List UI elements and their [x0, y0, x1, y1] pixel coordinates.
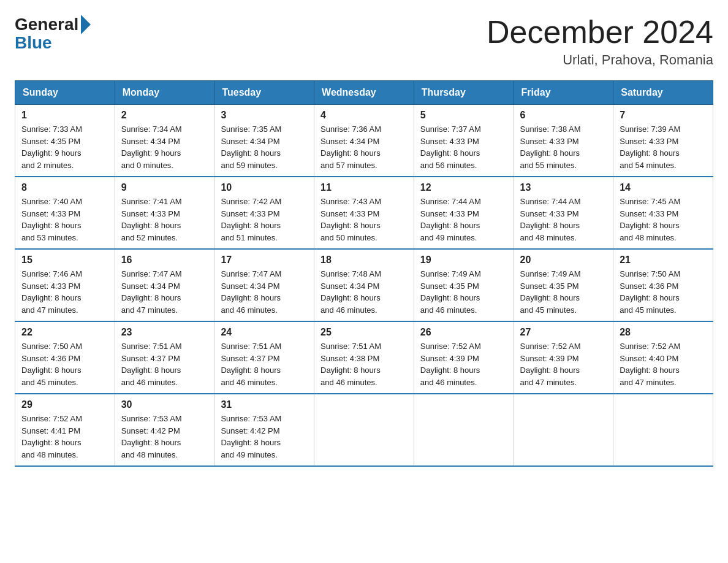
title-block: December 2024 Urlati, Prahova, Romania — [487, 15, 713, 68]
calendar-cell: 11 Sunrise: 7:43 AM Sunset: 4:33 PM Dayl… — [314, 177, 414, 249]
calendar-cell: 28 Sunrise: 7:52 AM Sunset: 4:40 PM Dayl… — [613, 321, 713, 394]
day-number: 18 — [320, 255, 408, 266]
day-number: 3 — [221, 110, 308, 121]
day-info: Sunrise: 7:41 AM Sunset: 4:33 PM Dayligh… — [121, 196, 208, 243]
day-number: 13 — [520, 182, 607, 193]
calendar-cell: 2 Sunrise: 7:34 AM Sunset: 4:34 PM Dayli… — [115, 105, 214, 177]
day-info: Sunrise: 7:34 AM Sunset: 4:34 PM Dayligh… — [121, 123, 208, 171]
calendar-week-2: 8 Sunrise: 7:40 AM Sunset: 4:33 PM Dayli… — [15, 177, 713, 249]
day-info: Sunrise: 7:53 AM Sunset: 4:42 PM Dayligh… — [221, 413, 308, 461]
day-number: 5 — [420, 110, 507, 121]
calendar-cell — [414, 394, 514, 466]
calendar-cell: 30 Sunrise: 7:53 AM Sunset: 4:42 PM Dayl… — [115, 394, 214, 466]
day-number: 2 — [121, 110, 208, 121]
calendar-week-1: 1 Sunrise: 7:33 AM Sunset: 4:35 PM Dayli… — [15, 105, 713, 177]
day-number: 24 — [221, 327, 308, 338]
calendar-cell — [613, 394, 713, 466]
day-info: Sunrise: 7:40 AM Sunset: 4:33 PM Dayligh… — [21, 196, 108, 243]
calendar-cell: 17 Sunrise: 7:47 AM Sunset: 4:34 PM Dayl… — [214, 249, 314, 321]
day-number: 1 — [21, 110, 108, 121]
calendar-week-4: 22 Sunrise: 7:50 AM Sunset: 4:36 PM Dayl… — [15, 321, 713, 394]
day-info: Sunrise: 7:52 AM Sunset: 4:40 PM Dayligh… — [620, 340, 707, 388]
logo-blue-text: Blue — [15, 34, 52, 52]
day-number: 10 — [221, 182, 308, 193]
day-number: 17 — [221, 255, 308, 266]
calendar-cell: 18 Sunrise: 7:48 AM Sunset: 4:34 PM Dayl… — [314, 249, 414, 321]
calendar-cell — [314, 394, 414, 466]
calendar-cell: 7 Sunrise: 7:39 AM Sunset: 4:33 PM Dayli… — [613, 105, 713, 177]
calendar-cell — [514, 394, 613, 466]
calendar-table: SundayMondayTuesdayWednesdayThursdayFrid… — [15, 80, 713, 467]
day-info: Sunrise: 7:44 AM Sunset: 4:33 PM Dayligh… — [420, 196, 507, 243]
logo-triangle-icon — [81, 15, 91, 34]
day-info: Sunrise: 7:51 AM Sunset: 4:37 PM Dayligh… — [221, 340, 308, 388]
day-number: 15 — [21, 255, 108, 266]
day-number: 16 — [121, 255, 208, 266]
day-number: 4 — [320, 110, 408, 121]
day-number: 31 — [221, 399, 308, 410]
subtitle: Urlati, Prahova, Romania — [487, 52, 713, 68]
day-info: Sunrise: 7:45 AM Sunset: 4:33 PM Dayligh… — [620, 196, 707, 243]
calendar-cell: 14 Sunrise: 7:45 AM Sunset: 4:33 PM Dayl… — [613, 177, 713, 249]
page-header: General Blue December 2024 Urlati, Praho… — [15, 15, 713, 68]
day-number: 22 — [21, 327, 108, 338]
calendar-cell: 13 Sunrise: 7:44 AM Sunset: 4:33 PM Dayl… — [514, 177, 613, 249]
calendar-cell: 3 Sunrise: 7:35 AM Sunset: 4:34 PM Dayli… — [214, 105, 314, 177]
day-number: 21 — [620, 255, 707, 266]
day-number: 20 — [520, 255, 607, 266]
day-info: Sunrise: 7:48 AM Sunset: 4:34 PM Dayligh… — [320, 268, 408, 316]
day-info: Sunrise: 7:33 AM Sunset: 4:35 PM Dayligh… — [21, 123, 108, 171]
day-info: Sunrise: 7:44 AM Sunset: 4:33 PM Dayligh… — [520, 196, 607, 243]
day-info: Sunrise: 7:37 AM Sunset: 4:33 PM Dayligh… — [420, 123, 507, 171]
calendar-week-5: 29 Sunrise: 7:52 AM Sunset: 4:41 PM Dayl… — [15, 394, 713, 466]
header-thursday: Thursday — [414, 81, 514, 105]
calendar-cell: 26 Sunrise: 7:52 AM Sunset: 4:39 PM Dayl… — [414, 321, 514, 394]
calendar-cell: 27 Sunrise: 7:52 AM Sunset: 4:39 PM Dayl… — [514, 321, 613, 394]
calendar-cell: 31 Sunrise: 7:53 AM Sunset: 4:42 PM Dayl… — [214, 394, 314, 466]
day-number: 26 — [420, 327, 507, 338]
calendar-cell: 12 Sunrise: 7:44 AM Sunset: 4:33 PM Dayl… — [414, 177, 514, 249]
day-info: Sunrise: 7:35 AM Sunset: 4:34 PM Dayligh… — [221, 123, 308, 171]
calendar-week-3: 15 Sunrise: 7:46 AM Sunset: 4:33 PM Dayl… — [15, 249, 713, 321]
day-info: Sunrise: 7:50 AM Sunset: 4:36 PM Dayligh… — [21, 340, 108, 388]
day-number: 7 — [620, 110, 707, 121]
day-number: 23 — [121, 327, 208, 338]
calendar-cell: 25 Sunrise: 7:51 AM Sunset: 4:38 PM Dayl… — [314, 321, 414, 394]
calendar-cell: 10 Sunrise: 7:42 AM Sunset: 4:33 PM Dayl… — [214, 177, 314, 249]
calendar-cell: 19 Sunrise: 7:49 AM Sunset: 4:35 PM Dayl… — [414, 249, 514, 321]
calendar-cell: 8 Sunrise: 7:40 AM Sunset: 4:33 PM Dayli… — [15, 177, 115, 249]
day-info: Sunrise: 7:49 AM Sunset: 4:35 PM Dayligh… — [520, 268, 607, 316]
day-info: Sunrise: 7:51 AM Sunset: 4:37 PM Dayligh… — [121, 340, 208, 388]
header-friday: Friday — [514, 81, 613, 105]
day-info: Sunrise: 7:46 AM Sunset: 4:33 PM Dayligh… — [21, 268, 108, 316]
calendar-cell: 4 Sunrise: 7:36 AM Sunset: 4:34 PM Dayli… — [314, 105, 414, 177]
calendar-cell: 9 Sunrise: 7:41 AM Sunset: 4:33 PM Dayli… — [115, 177, 214, 249]
calendar-cell: 29 Sunrise: 7:52 AM Sunset: 4:41 PM Dayl… — [15, 394, 115, 466]
day-info: Sunrise: 7:52 AM Sunset: 4:39 PM Dayligh… — [520, 340, 607, 388]
day-number: 19 — [420, 255, 507, 266]
day-info: Sunrise: 7:51 AM Sunset: 4:38 PM Dayligh… — [320, 340, 408, 388]
header-sunday: Sunday — [15, 81, 115, 105]
calendar-header-row: SundayMondayTuesdayWednesdayThursdayFrid… — [15, 81, 713, 105]
calendar-cell: 20 Sunrise: 7:49 AM Sunset: 4:35 PM Dayl… — [514, 249, 613, 321]
day-number: 12 — [420, 182, 507, 193]
day-number: 14 — [620, 182, 707, 193]
calendar-cell: 24 Sunrise: 7:51 AM Sunset: 4:37 PM Dayl… — [214, 321, 314, 394]
day-info: Sunrise: 7:47 AM Sunset: 4:34 PM Dayligh… — [221, 268, 308, 316]
day-info: Sunrise: 7:47 AM Sunset: 4:34 PM Dayligh… — [121, 268, 208, 316]
day-info: Sunrise: 7:36 AM Sunset: 4:34 PM Dayligh… — [320, 123, 408, 171]
day-number: 8 — [21, 182, 108, 193]
day-number: 11 — [320, 182, 408, 193]
day-number: 27 — [520, 327, 607, 338]
logo-general-text: General — [15, 16, 78, 33]
header-wednesday: Wednesday — [314, 81, 414, 105]
header-saturday: Saturday — [613, 81, 713, 105]
day-info: Sunrise: 7:39 AM Sunset: 4:33 PM Dayligh… — [620, 123, 707, 171]
day-number: 25 — [320, 327, 408, 338]
day-info: Sunrise: 7:42 AM Sunset: 4:33 PM Dayligh… — [221, 196, 308, 243]
day-number: 28 — [620, 327, 707, 338]
main-title: December 2024 — [487, 15, 713, 50]
calendar-cell: 21 Sunrise: 7:50 AM Sunset: 4:36 PM Dayl… — [613, 249, 713, 321]
day-info: Sunrise: 7:50 AM Sunset: 4:36 PM Dayligh… — [620, 268, 707, 316]
calendar-cell: 1 Sunrise: 7:33 AM Sunset: 4:35 PM Dayli… — [15, 105, 115, 177]
